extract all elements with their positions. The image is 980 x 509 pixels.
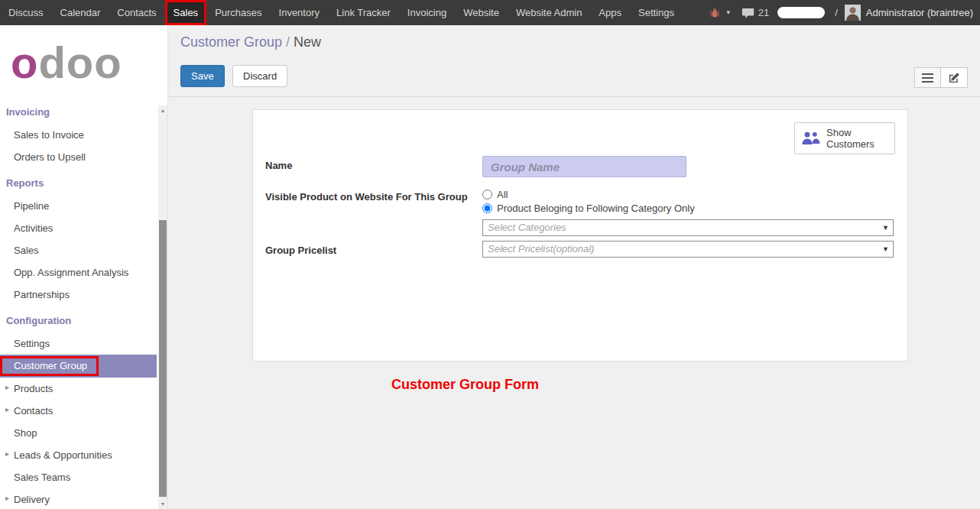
categories-select-placeholder: Select Categories [488,222,566,233]
expand-arrow-icon: ▸ [5,383,9,391]
breadcrumb-current: New [294,34,321,50]
customers-group-icon [801,131,820,145]
save-button[interactable]: Save [180,65,225,87]
breadcrumb: Customer Group/New [180,34,968,50]
visible-product-row: Visible Product on Website For This Grou… [265,187,895,236]
user-avatar[interactable] [845,5,861,21]
form-view-icon [949,72,960,83]
menu-item-website[interactable]: Website [455,0,508,25]
discard-button[interactable]: Discard [232,65,287,87]
pricelist-select[interactable]: Select Pricelist(optional) ▼ [482,241,894,258]
scroll-up-icon[interactable]: ▲ [158,105,167,115]
main-area: Customer Group/New Save Discard [168,25,980,509]
expand-arrow-icon: ▸ [5,405,9,413]
sidebar-section-invoicing: Invoicing [0,97,167,124]
sidebar-item-label: Delivery [14,494,50,505]
view-switcher [914,67,968,88]
radio-category-input[interactable] [482,203,492,213]
list-view-button[interactable] [914,67,941,88]
annotation-caption: Customer Group Form [391,377,539,393]
sidebar-item-sales-to-invoice[interactable]: Sales to Invoice [0,124,167,146]
sidebar-section-configuration: Configuration [0,306,167,332]
form-card: Show Customers Name Visible Product on W… [252,109,908,361]
show-customers-label: Show Customers [826,127,888,150]
sidebar-item-pipeline[interactable]: Pipeline [0,195,167,217]
breadcrumb-separator: / [286,34,290,50]
logo-letters: doo [38,37,122,87]
sidebar-item-opp-assignment-analysis[interactable]: Opp. Assignment Analysis [0,261,167,284]
radio-option-category[interactable]: Product Beloging to Following Category O… [482,201,894,215]
menu-item-inventory[interactable]: Inventory [271,0,328,25]
sidebar-nav: Invoicing Sales to Invoice Orders to Ups… [0,97,167,509]
list-view-icon [922,73,933,83]
debug-bug-icon[interactable] [709,8,720,18]
menu-item-purchases[interactable]: Purchases [206,0,270,25]
pricelist-select-placeholder: Select Pricelist(optional) [488,243,594,254]
radio-all-label: All [497,189,508,200]
topbar-right: ▼ 21 / Administrator (braintree) [709,0,980,25]
menu-item-link-tracker[interactable]: Link Tracker [328,0,399,25]
menu-item-website-admin[interactable]: Website Admin [508,0,590,25]
sidebar-item-products[interactable]: ▸Products [0,378,167,400]
sidebar-item-customer-group[interactable]: Customer Group [0,355,157,378]
sidebar-item-contacts[interactable]: ▸Contacts [0,400,167,422]
sidebar-item-sales[interactable]: Sales [0,239,167,261]
sidebar-item-settings[interactable]: Settings [0,332,167,355]
sidebar-item-label: Leads & Opportunities [14,449,112,461]
name-label: Name [265,156,482,177]
radio-category-label: Product Beloging to Following Category O… [497,203,695,214]
user-menu[interactable]: Administrator (braintree) [866,7,973,18]
radio-option-all[interactable]: All [482,187,894,201]
expand-arrow-icon: ▸ [5,449,9,458]
messages-icon[interactable] [741,8,754,18]
sidebar-item-label: Contacts [14,405,53,417]
breadcrumb-customer-group-link[interactable]: Customer Group [180,34,282,50]
sidebar: odoo Invoicing Sales to Invoice Orders t… [0,25,168,509]
sidebar-section-reports: Reports [0,168,167,195]
menu-item-apps[interactable]: Apps [590,0,630,25]
dropdown-caret-icon: ▼ [882,242,889,258]
menu-item-sales[interactable]: Sales [165,0,207,25]
form-view-button[interactable] [941,67,968,88]
control-buttons: Save Discard [180,65,968,87]
odoo-logo: odoo [0,25,167,96]
radio-all-input[interactable] [482,190,492,199]
sidebar-item-label: Customer Group [14,360,87,371]
sidebar-item-orders-to-upsell[interactable]: Orders to Upsell [0,146,167,168]
menu-item-invoicing[interactable]: Invoicing [399,0,455,25]
sidebar-scrollbar[interactable]: ▲ ▼ [158,105,167,509]
pricelist-row: Group Pricelist Select Pricelist(optiona… [265,241,895,258]
menu-item-contacts[interactable]: Contacts [109,0,164,25]
scroll-down-icon[interactable]: ▼ [158,499,167,509]
name-row: Name [265,156,895,177]
show-customers-button[interactable]: Show Customers [794,122,895,154]
dropdown-caret-icon: ▼ [882,220,889,236]
topbar-divider: / [835,7,838,18]
status-pill[interactable] [777,7,825,18]
expand-arrow-icon: ▸ [5,494,9,502]
sidebar-item-delivery[interactable]: ▸Delivery [0,488,167,509]
topbar: Discuss Calendar Contacts Sales Purchase… [0,0,980,25]
debug-caret-icon[interactable]: ▼ [725,9,732,16]
group-pricelist-label: Group Pricelist [265,241,482,258]
categories-select[interactable]: Select Categories ▼ [482,219,894,236]
menu-item-discuss[interactable]: Discuss [0,0,52,25]
group-name-input[interactable] [482,156,686,177]
sidebar-item-partnerships[interactable]: Partnerships [0,284,167,306]
visible-product-label: Visible Product on Website For This Grou… [265,187,482,236]
logo-letter: o [11,37,38,87]
sidebar-item-sales-teams[interactable]: Sales Teams [0,466,167,488]
control-panel: Customer Group/New Save Discard [168,25,980,97]
sidebar-item-label: Products [14,383,53,394]
scrollbar-thumb[interactable] [159,220,167,497]
sidebar-item-shop[interactable]: Shop [0,422,167,444]
sidebar-item-leads-opportunities[interactable]: ▸Leads & Opportunities [0,444,167,466]
annotation-box-customer-group: Customer Group [0,356,99,376]
customer-group-form: Name Visible Product on Website For This… [265,156,895,258]
sidebar-item-activities[interactable]: Activities [0,217,167,239]
menu-item-calendar[interactable]: Calendar [52,0,109,25]
message-count-badge[interactable]: 21 [758,7,769,18]
menu-item-settings[interactable]: Settings [630,0,683,25]
